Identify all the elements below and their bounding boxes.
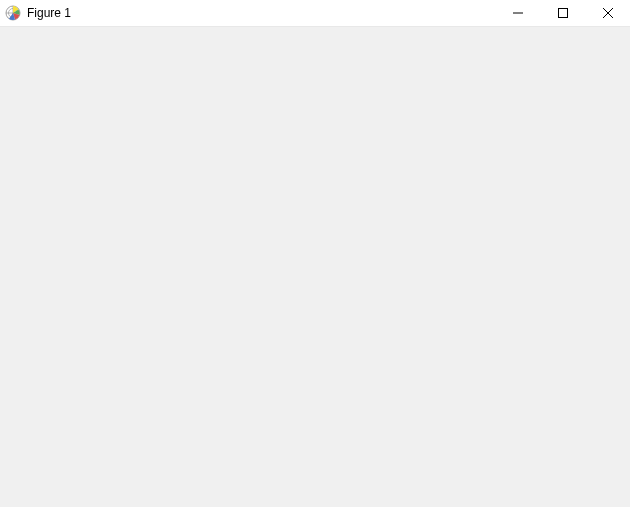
svg-rect-5 [558,9,567,18]
minimize-icon [513,8,523,18]
figure-canvas [0,27,630,507]
maximize-button[interactable] [540,0,585,26]
titlebar-left: Figure 1 [0,5,495,21]
window-controls [495,0,630,26]
matplotlib-icon [5,5,21,21]
close-icon [603,8,613,18]
close-button[interactable] [585,0,630,26]
window-title: Figure 1 [27,6,71,20]
titlebar: Figure 1 [0,0,630,27]
minimize-button[interactable] [495,0,540,26]
maximize-icon [558,8,568,18]
